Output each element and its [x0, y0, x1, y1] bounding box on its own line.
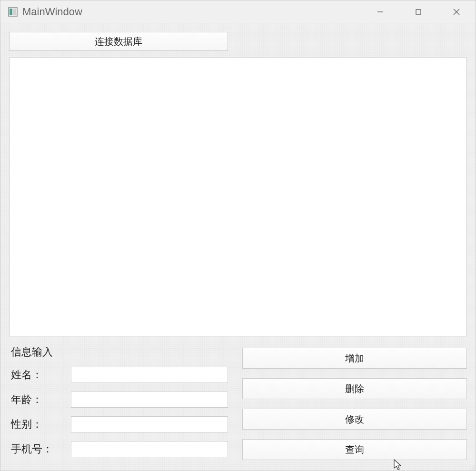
svg-point-12	[474, 469, 475, 470]
phone-row: 手机号：	[9, 441, 228, 457]
top-button-row: 连接数据库	[9, 32, 467, 51]
gender-label: 性别：	[9, 417, 71, 432]
svg-point-8	[472, 467, 473, 468]
delete-button[interactable]: 删除	[242, 378, 467, 399]
query-button[interactable]: 查询	[242, 439, 467, 460]
close-button[interactable]	[437, 0, 476, 23]
data-list-view[interactable]	[9, 58, 467, 336]
content-area: 连接数据库 信息输入 姓名： 年龄： 性别：	[0, 23, 476, 471]
connect-database-button[interactable]: 连接数据库	[9, 32, 228, 51]
svg-rect-1	[10, 9, 12, 15]
svg-point-7	[474, 465, 475, 466]
svg-point-11	[472, 469, 473, 470]
svg-rect-2	[13, 9, 16, 15]
minimize-button[interactable]	[361, 0, 399, 23]
close-icon	[453, 8, 460, 16]
action-buttons-section: 增加 删除 修改 查询	[242, 345, 467, 466]
modify-button[interactable]: 修改	[242, 409, 467, 430]
age-input[interactable]	[71, 392, 228, 408]
gender-input[interactable]	[71, 416, 228, 432]
main-window: MainWindow 连接数据库	[0, 0, 476, 471]
age-label: 年龄：	[9, 392, 71, 407]
gender-row: 性别：	[9, 416, 228, 432]
age-row: 年龄：	[9, 392, 228, 408]
window-controls	[361, 0, 476, 23]
add-button[interactable]: 增加	[242, 348, 467, 369]
phone-label: 手机号：	[9, 442, 71, 456]
name-label: 姓名：	[9, 368, 71, 382]
titlebar[interactable]: MainWindow	[0, 0, 476, 23]
app-icon	[7, 6, 19, 18]
name-input[interactable]	[71, 367, 228, 383]
phone-input[interactable]	[71, 441, 228, 457]
svg-rect-4	[416, 10, 421, 14]
maximize-icon	[415, 9, 422, 15]
name-row: 姓名：	[9, 367, 228, 383]
resize-grip-icon[interactable]	[467, 462, 475, 470]
input-form-section: 信息输入 姓名： 年龄： 性别： 手机号：	[9, 345, 228, 466]
svg-point-9	[474, 467, 475, 468]
maximize-button[interactable]	[399, 0, 437, 23]
minimize-icon	[377, 9, 384, 15]
form-header: 信息输入	[9, 345, 228, 359]
window-title: MainWindow	[22, 6, 361, 18]
svg-point-10	[470, 469, 471, 470]
bottom-section: 信息输入 姓名： 年龄： 性别： 手机号：	[9, 345, 467, 466]
